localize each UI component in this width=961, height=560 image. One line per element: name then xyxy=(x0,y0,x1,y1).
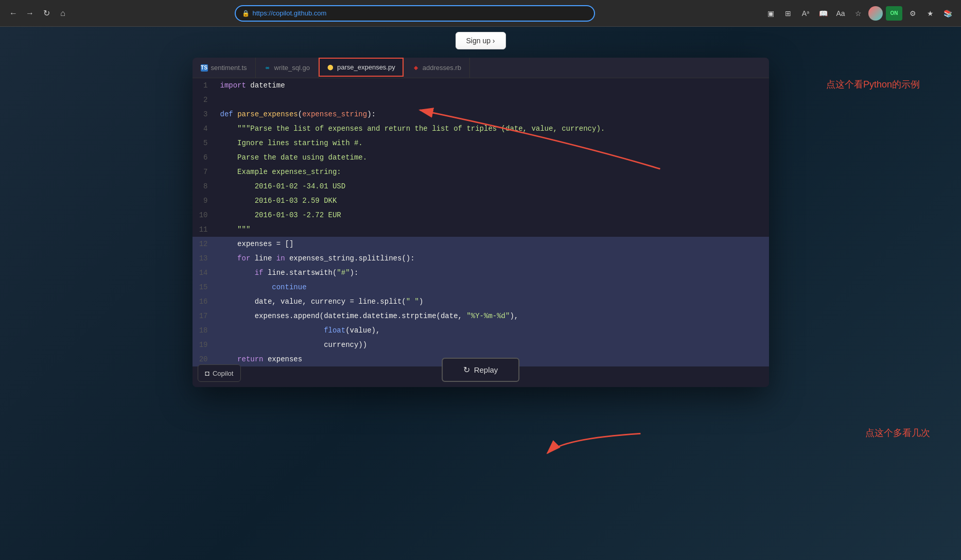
nav-buttons: ← → ↻ ⌂ xyxy=(6,6,70,21)
tab-parse-expenses[interactable]: ⬤ parse_expenses.py xyxy=(319,58,404,78)
tab-addresses-label: addresses.rb xyxy=(423,64,461,72)
screen-icon[interactable]: ▣ xyxy=(763,6,778,21)
address-bar[interactable]: 🔒 https://copilot.github.com xyxy=(235,5,595,22)
star-icon[interactable]: ☆ xyxy=(851,6,865,21)
code-line-2: 2 xyxy=(193,93,769,107)
code-line-8: 8 2016-01-02 -34.01 USD xyxy=(193,179,769,194)
py-icon: ⬤ xyxy=(327,64,334,71)
replay-arrow xyxy=(547,433,640,453)
browser-chrome: ← → ↻ ⌂ 🔒 https://copilot.github.com ▣ ⊞… xyxy=(0,0,961,27)
ts-icon: TS xyxy=(201,64,208,72)
code-line-10: 10 2016-01-03 -2.72 EUR xyxy=(193,208,769,222)
annotation-tab-text: 点这个看Python的示例 xyxy=(826,78,920,91)
code-line-19: 19 currency)) xyxy=(193,338,769,352)
page-body: Sign up › TS sentiment.ts ∞ write_sql.go… xyxy=(0,27,961,560)
copilot-label: Copilot xyxy=(213,370,233,377)
code-line-18: 18 float(value), xyxy=(193,323,769,338)
annotation-replay-text: 点这个多看几次 xyxy=(865,427,930,439)
tab-addresses[interactable]: ◆ addresses.rb xyxy=(404,58,470,78)
code-line-11: 11 """ xyxy=(193,222,769,237)
code-line-1: 1 import datetime xyxy=(193,78,769,93)
home-button[interactable]: ⌂ xyxy=(56,6,70,21)
code-line-6: 6 Parse the date using datetime. xyxy=(193,150,769,165)
translate-icon[interactable]: Aᵃ xyxy=(798,6,813,21)
settings-icon[interactable]: ⚙ xyxy=(905,6,920,21)
on-badge: ON xyxy=(886,6,902,21)
lock-icon: 🔒 xyxy=(242,10,250,17)
code-line-13: 13 for line in expenses_string.splitline… xyxy=(193,251,769,266)
url-text: https://copilot.github.com xyxy=(253,9,588,17)
toolbar-icons: ▣ ⊞ Aᵃ 📖 Aa ☆ ON ⚙ ★ 📚 xyxy=(763,6,955,21)
back-button[interactable]: ← xyxy=(6,6,21,21)
go-icon: ∞ xyxy=(264,64,271,72)
code-area: 1 import datetime 2 3 def parse_expenses… xyxy=(193,78,769,387)
tab-bar: TS sentiment.ts ∞ write_sql.go ⬤ parse_e… xyxy=(193,58,769,78)
replay-label: Replay xyxy=(474,365,498,374)
code-line-16: 16 date, value, currency = line.split(" … xyxy=(193,294,769,309)
reader-icon[interactable]: 📖 xyxy=(816,6,830,21)
copilot-button[interactable]: ◘ Copilot xyxy=(198,364,241,382)
replay-icon: ↻ xyxy=(463,365,470,375)
code-line-17: 17 expenses.append(datetime.datetime.str… xyxy=(193,309,769,323)
rb-icon: ◆ xyxy=(412,64,420,72)
editor-container: TS sentiment.ts ∞ write_sql.go ⬤ parse_e… xyxy=(193,58,769,387)
signup-button[interactable]: Sign up › xyxy=(455,32,505,49)
code-line-3: 3 def parse_expenses(expenses_string): xyxy=(193,107,769,121)
code-line-7: 7 Example expenses_string: xyxy=(193,165,769,179)
tab-sentiment-label: sentiment.ts xyxy=(211,64,247,72)
profile-avatar[interactable] xyxy=(868,6,883,21)
favorites-icon[interactable]: ★ xyxy=(923,6,937,21)
tab-parse-expenses-label: parse_expenses.py xyxy=(337,63,395,71)
code-line-5: 5 Ignore lines starting with #. xyxy=(193,136,769,150)
reload-button[interactable]: ↻ xyxy=(39,6,54,21)
tab-write-sql[interactable]: ∞ write_sql.go xyxy=(256,58,319,78)
code-line-9: 9 2016-01-03 2.59 DKK xyxy=(193,194,769,208)
forward-button[interactable]: → xyxy=(23,6,37,21)
aa-icon[interactable]: Aa xyxy=(833,6,848,21)
code-line-15: 15 continue xyxy=(193,280,769,294)
tab-sentiment[interactable]: TS sentiment.ts xyxy=(193,58,256,78)
code-line-12: 12 expenses = [] xyxy=(193,237,769,251)
copilot-icon: ◘ xyxy=(205,369,209,377)
collections-icon[interactable]: 📚 xyxy=(940,6,955,21)
grid-icon[interactable]: ⊞ xyxy=(781,6,795,21)
tab-write-sql-label: write_sql.go xyxy=(274,64,310,72)
replay-button[interactable]: ↻ Replay xyxy=(442,358,520,382)
code-line-4: 4 """Parse the list of expenses and retu… xyxy=(193,121,769,136)
code-line-14: 14 if line.startswith("#"): xyxy=(193,266,769,280)
